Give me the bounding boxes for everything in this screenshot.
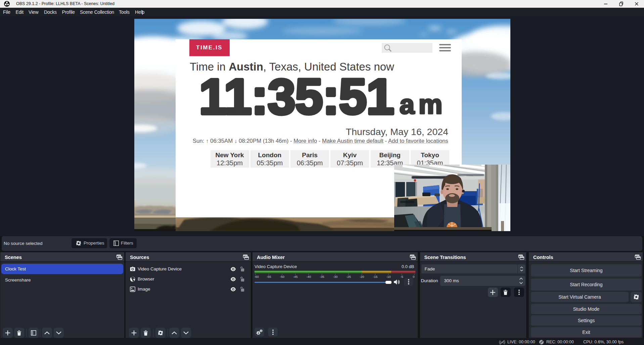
svg-text:-60: -60	[255, 275, 259, 278]
svg-text:11:35:51: 11:35:51	[199, 69, 394, 125]
svg-text:-30: -30	[333, 275, 338, 278]
svg-text:-5: -5	[400, 275, 403, 278]
svg-text:-15: -15	[373, 275, 378, 278]
svg-text:-20: -20	[360, 275, 364, 278]
svg-text:am: am	[400, 89, 447, 119]
svg-text:-25: -25	[346, 275, 351, 278]
svg-text:-40: -40	[307, 275, 311, 278]
svg-text:-10: -10	[386, 275, 391, 278]
svg-text:-35: -35	[320, 275, 324, 278]
svg-text:-55: -55	[267, 275, 271, 278]
svg-text:0: 0	[413, 275, 414, 278]
svg-text:-45: -45	[293, 275, 298, 278]
svg-text:-50: -50	[280, 275, 284, 278]
